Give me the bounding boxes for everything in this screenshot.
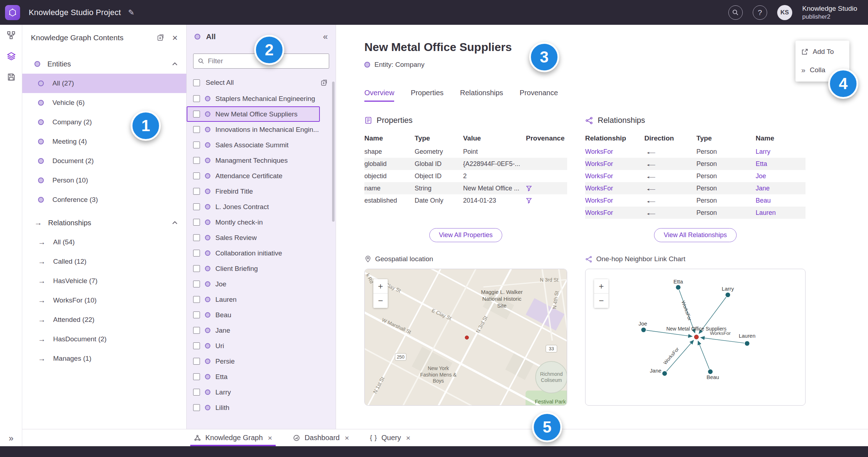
tab-properties[interactable]: Properties [411, 89, 443, 102]
list-item[interactable]: Larry [187, 384, 336, 400]
close-tab-icon[interactable]: × [406, 434, 410, 442]
scrollbar-thumb[interactable] [332, 82, 335, 222]
item-checkbox[interactable] [193, 234, 200, 241]
avatar[interactable]: KS [777, 5, 792, 20]
entity-type-all[interactable]: All (27) [22, 74, 186, 93]
zoom-out-button[interactable]: − [373, 294, 388, 308]
data-model-button[interactable] [0, 25, 22, 46]
help-button[interactable]: ? [753, 5, 767, 20]
entity-link[interactable]: Lauren [756, 209, 806, 217]
item-checkbox[interactable] [193, 311, 200, 318]
entity-type-vehicle[interactable]: Vehicle (6) [22, 93, 186, 112]
item-checkbox[interactable] [193, 142, 200, 148]
item-checkbox[interactable] [193, 265, 200, 272]
item-checkbox[interactable] [193, 172, 200, 179]
node-lauren[interactable] [745, 341, 750, 346]
relationships-section-header[interactable]: → Relationships [22, 213, 186, 232]
node-etta[interactable] [676, 285, 681, 290]
list-item[interactable]: Innovations in Mechanical Engin... [187, 122, 336, 137]
list-item[interactable]: Etta [187, 369, 336, 384]
entity-type-meeting[interactable]: Meeting (4) [22, 132, 186, 151]
entity-type-document[interactable]: Document (2) [22, 151, 186, 171]
item-checkbox[interactable] [193, 327, 200, 334]
item-checkbox[interactable] [193, 126, 200, 133]
relationship-link[interactable]: WorksFor [585, 160, 644, 168]
close-tab-icon[interactable]: × [345, 434, 349, 442]
list-item[interactable]: Beau [187, 307, 336, 323]
provenance-icon[interactable] [526, 198, 532, 204]
search-button[interactable] [728, 5, 743, 20]
list-item[interactable]: Attendance Certificate [187, 168, 336, 184]
list-item[interactable]: Uri [187, 338, 336, 354]
relationship-type-called[interactable]: →Called (12) [22, 252, 186, 271]
zoom-in-button[interactable]: + [594, 279, 608, 294]
relationship-type-hasvehicle[interactable]: →HasVehicle (7) [22, 271, 186, 291]
zoom-in-button[interactable]: + [373, 279, 388, 294]
list-item[interactable]: Persie [187, 354, 336, 369]
zoom-out-button[interactable]: − [594, 294, 608, 308]
add-to-menu-item[interactable]: Add To [795, 43, 849, 61]
tab-overview[interactable]: Overview [364, 89, 394, 102]
view-all-relationships-button[interactable]: View All Relationships [654, 228, 737, 242]
user-block[interactable]: Knowledge Studio publisher2 [802, 4, 857, 20]
item-checkbox[interactable] [193, 250, 200, 257]
app-logo-icon[interactable] [5, 5, 20, 20]
relationship-type-hasdocument[interactable]: →HasDocument (2) [22, 329, 186, 349]
relationship-link[interactable]: WorksFor [585, 172, 644, 180]
list-item[interactable]: Firebird Title [187, 184, 336, 199]
add-layer-button[interactable] [157, 34, 164, 42]
contents-layers-button[interactable] [0, 46, 22, 66]
close-contents-panel-button[interactable]: × [172, 33, 178, 42]
node-jane[interactable] [662, 371, 667, 376]
tab-query[interactable]: { } Query × [370, 429, 410, 446]
node-larry[interactable] [725, 292, 730, 297]
entity-type-conference[interactable]: Conference (3) [22, 190, 186, 209]
item-checkbox[interactable] [193, 281, 200, 287]
entity-link[interactable]: Jane [756, 185, 806, 192]
list-item[interactable]: Sales Associate Summit [187, 137, 336, 153]
entity-link[interactable]: Joe [756, 172, 806, 180]
list-item[interactable]: Client Briefing [187, 261, 336, 276]
relationship-type-worksfor[interactable]: →WorksFor (10) [22, 291, 186, 310]
item-checkbox[interactable] [193, 111, 200, 117]
item-checkbox[interactable] [193, 389, 200, 396]
close-tab-icon[interactable]: × [268, 434, 272, 442]
tab-provenance[interactable]: Provenance [520, 89, 558, 102]
list-item[interactable]: Managment Techniques [187, 153, 336, 168]
list-item[interactable]: L. Jones Contract [187, 199, 336, 214]
tab-relationships[interactable]: Relationships [460, 89, 503, 102]
item-checkbox[interactable] [193, 342, 200, 349]
item-checkbox[interactable] [193, 95, 200, 102]
provenance-icon[interactable] [526, 185, 532, 191]
relationship-type-attended[interactable]: →Attended (22) [22, 310, 186, 329]
item-checkbox[interactable] [193, 219, 200, 226]
list-item[interactable]: Joe [187, 276, 336, 292]
list-item[interactable]: Collaboration initiative [187, 245, 336, 261]
map-marker[interactable] [465, 336, 469, 340]
list-item[interactable]: Montly check-in [187, 214, 336, 230]
relationship-link[interactable]: WorksFor [585, 209, 644, 217]
list-item[interactable]: Staplers Mechanical Engineering [187, 91, 336, 106]
list-item-selected[interactable]: New Metal Office Suppliers [187, 106, 320, 122]
relationship-link[interactable]: WorksFor [585, 197, 644, 204]
relationship-link[interactable]: WorksFor [585, 148, 644, 156]
edit-title-icon[interactable]: ✎ [128, 8, 135, 17]
entity-link[interactable]: Beau [756, 197, 806, 204]
list-item[interactable]: Sales Review [187, 230, 336, 245]
tab-dashboard[interactable]: Dashboard × [293, 429, 349, 446]
view-all-properties-button[interactable]: View All Properties [429, 228, 503, 242]
entities-section-header[interactable]: Entities [22, 54, 186, 74]
item-checkbox[interactable] [193, 404, 200, 411]
item-checkbox[interactable] [193, 296, 200, 303]
link-chart-canvas[interactable]: Etta Larry Joe Lauren Jane Beau New Meta… [585, 269, 805, 405]
item-checkbox[interactable] [193, 157, 200, 164]
relationship-type-manages[interactable]: →Manages (1) [22, 349, 186, 368]
expand-rail-button[interactable]: » [0, 433, 22, 443]
list-item[interactable]: Jane [187, 323, 336, 338]
relationship-type-all[interactable]: →All (54) [22, 232, 186, 252]
map-canvas[interactable]: Richmond Coliseum W Clay St E Clay St W … [365, 269, 567, 405]
item-checkbox[interactable] [193, 203, 200, 210]
node-beau[interactable] [708, 369, 713, 374]
entity-type-company[interactable]: Company (2) [22, 112, 186, 132]
save-button[interactable] [0, 66, 22, 87]
